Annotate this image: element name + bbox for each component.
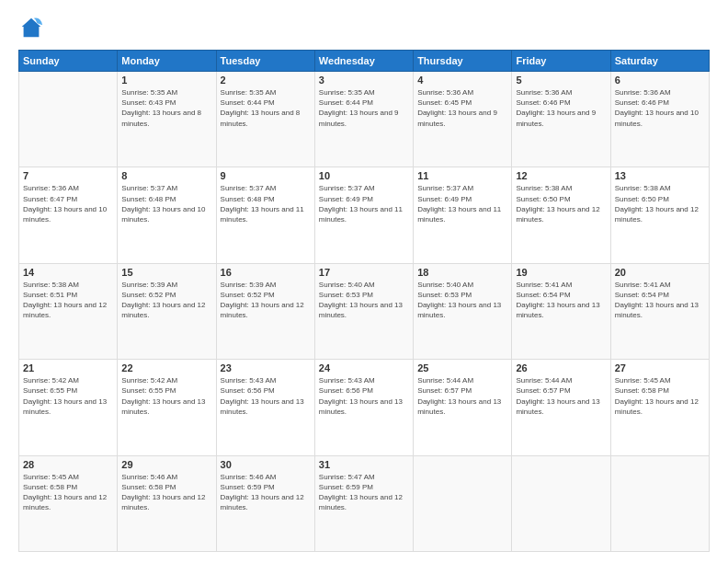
calendar-cell: 16Sunrise: 5:39 AMSunset: 6:52 PMDayligh… — [216, 263, 314, 359]
day-number: 8 — [121, 170, 211, 181]
weekday-header-wednesday: Wednesday — [314, 51, 413, 72]
day-number: 5 — [516, 75, 606, 86]
day-number: 28 — [23, 459, 113, 470]
day-info: Sunrise: 5:44 AMSunset: 6:57 PMDaylight:… — [417, 375, 507, 417]
calendar-table: SundayMondayTuesdayWednesdayThursdayFrid… — [18, 50, 710, 552]
calendar-cell: 12Sunrise: 5:38 AMSunset: 6:50 PMDayligh… — [512, 167, 610, 263]
calendar-cell: 28Sunrise: 5:45 AMSunset: 6:58 PMDayligh… — [19, 455, 118, 551]
day-number: 12 — [516, 170, 606, 181]
calendar-cell: 4Sunrise: 5:36 AMSunset: 6:45 PMDaylight… — [414, 72, 512, 167]
day-number: 11 — [417, 170, 507, 181]
calendar-header: SundayMondayTuesdayWednesdayThursdayFrid… — [19, 51, 710, 72]
day-info: Sunrise: 5:43 AMSunset: 6:56 PMDaylight:… — [221, 375, 311, 417]
calendar-cell: 8Sunrise: 5:37 AMSunset: 6:48 PMDaylight… — [118, 167, 216, 263]
day-info: Sunrise: 5:36 AMSunset: 6:47 PMDaylight:… — [23, 183, 113, 224]
calendar-cell: 25Sunrise: 5:44 AMSunset: 6:57 PMDayligh… — [414, 360, 512, 455]
day-info: Sunrise: 5:39 AMSunset: 6:52 PMDaylight:… — [221, 280, 311, 321]
calendar-cell: 22Sunrise: 5:42 AMSunset: 6:55 PMDayligh… — [118, 360, 216, 455]
header — [18, 15, 710, 40]
day-info: Sunrise: 5:36 AMSunset: 6:46 PMDaylight:… — [615, 87, 705, 129]
day-number: 31 — [319, 459, 409, 470]
day-info: Sunrise: 5:38 AMSunset: 6:50 PMDaylight:… — [516, 183, 606, 224]
weekday-header-row: SundayMondayTuesdayWednesdayThursdayFrid… — [19, 51, 710, 72]
calendar-week-row: 21Sunrise: 5:42 AMSunset: 6:55 PMDayligh… — [19, 360, 710, 455]
weekday-header-saturday: Saturday — [610, 51, 709, 72]
calendar-cell: 2Sunrise: 5:35 AMSunset: 6:44 PMDaylight… — [216, 72, 314, 167]
weekday-header-friday: Friday — [512, 51, 610, 72]
day-number: 24 — [319, 362, 409, 373]
day-number: 21 — [23, 362, 113, 373]
day-number: 20 — [615, 267, 705, 278]
day-info: Sunrise: 5:42 AMSunset: 6:55 PMDaylight:… — [23, 375, 113, 417]
calendar-body: 1Sunrise: 5:35 AMSunset: 6:43 PMDaylight… — [19, 72, 710, 552]
calendar-cell: 21Sunrise: 5:42 AMSunset: 6:55 PMDayligh… — [19, 360, 118, 455]
day-number: 3 — [319, 75, 409, 86]
calendar-cell — [610, 455, 709, 551]
day-info: Sunrise: 5:38 AMSunset: 6:50 PMDaylight:… — [615, 183, 705, 224]
logo — [18, 15, 48, 40]
day-number: 22 — [121, 362, 211, 373]
calendar-week-row: 28Sunrise: 5:45 AMSunset: 6:58 PMDayligh… — [19, 455, 710, 551]
day-info: Sunrise: 5:38 AMSunset: 6:51 PMDaylight:… — [23, 280, 113, 321]
day-info: Sunrise: 5:37 AMSunset: 6:49 PMDaylight:… — [319, 183, 409, 224]
day-info: Sunrise: 5:40 AMSunset: 6:53 PMDaylight:… — [417, 280, 507, 321]
calendar-cell: 7Sunrise: 5:36 AMSunset: 6:47 PMDaylight… — [19, 167, 118, 263]
day-info: Sunrise: 5:43 AMSunset: 6:56 PMDaylight:… — [319, 375, 409, 417]
calendar-cell: 11Sunrise: 5:37 AMSunset: 6:49 PMDayligh… — [414, 167, 512, 263]
day-number: 9 — [221, 170, 311, 181]
day-info: Sunrise: 5:47 AMSunset: 6:59 PMDaylight:… — [319, 472, 409, 513]
day-info: Sunrise: 5:45 AMSunset: 6:58 PMDaylight:… — [23, 472, 113, 513]
day-info: Sunrise: 5:44 AMSunset: 6:57 PMDaylight:… — [516, 375, 606, 417]
day-number: 16 — [221, 267, 311, 278]
calendar-cell: 15Sunrise: 5:39 AMSunset: 6:52 PMDayligh… — [118, 263, 216, 359]
page: SundayMondayTuesdayWednesdayThursdayFrid… — [0, 0, 728, 563]
logo-icon — [18, 15, 44, 40]
weekday-header-sunday: Sunday — [19, 51, 118, 72]
calendar-cell: 20Sunrise: 5:41 AMSunset: 6:54 PMDayligh… — [610, 263, 709, 359]
calendar-cell: 6Sunrise: 5:36 AMSunset: 6:46 PMDaylight… — [610, 72, 709, 167]
calendar-cell: 13Sunrise: 5:38 AMSunset: 6:50 PMDayligh… — [610, 167, 709, 263]
calendar-week-row: 7Sunrise: 5:36 AMSunset: 6:47 PMDaylight… — [19, 167, 710, 263]
weekday-header-monday: Monday — [118, 51, 216, 72]
day-number: 26 — [516, 362, 606, 373]
day-number: 7 — [23, 170, 113, 181]
calendar-cell — [19, 72, 118, 167]
day-info: Sunrise: 5:42 AMSunset: 6:55 PMDaylight:… — [121, 375, 211, 417]
calendar-cell: 23Sunrise: 5:43 AMSunset: 6:56 PMDayligh… — [216, 360, 314, 455]
day-number: 14 — [23, 267, 113, 278]
day-info: Sunrise: 5:37 AMSunset: 6:48 PMDaylight:… — [121, 183, 211, 224]
calendar-cell: 17Sunrise: 5:40 AMSunset: 6:53 PMDayligh… — [314, 263, 413, 359]
day-info: Sunrise: 5:41 AMSunset: 6:54 PMDaylight:… — [615, 280, 705, 321]
calendar-cell: 5Sunrise: 5:36 AMSunset: 6:46 PMDaylight… — [512, 72, 610, 167]
day-info: Sunrise: 5:46 AMSunset: 6:59 PMDaylight:… — [221, 472, 311, 513]
day-number: 25 — [417, 362, 507, 373]
day-info: Sunrise: 5:40 AMSunset: 6:53 PMDaylight:… — [319, 280, 409, 321]
day-number: 4 — [417, 75, 507, 86]
weekday-header-thursday: Thursday — [414, 51, 512, 72]
day-number: 17 — [319, 267, 409, 278]
day-number: 30 — [221, 459, 311, 470]
day-number: 19 — [516, 267, 606, 278]
day-info: Sunrise: 5:39 AMSunset: 6:52 PMDaylight:… — [121, 280, 211, 321]
day-info: Sunrise: 5:45 AMSunset: 6:58 PMDaylight:… — [615, 375, 705, 417]
calendar-week-row: 1Sunrise: 5:35 AMSunset: 6:43 PMDaylight… — [19, 72, 710, 167]
day-number: 1 — [121, 75, 211, 86]
calendar-cell: 31Sunrise: 5:47 AMSunset: 6:59 PMDayligh… — [314, 455, 413, 551]
calendar-cell: 19Sunrise: 5:41 AMSunset: 6:54 PMDayligh… — [512, 263, 610, 359]
calendar-cell: 27Sunrise: 5:45 AMSunset: 6:58 PMDayligh… — [610, 360, 709, 455]
calendar-cell: 14Sunrise: 5:38 AMSunset: 6:51 PMDayligh… — [19, 263, 118, 359]
calendar-cell: 9Sunrise: 5:37 AMSunset: 6:48 PMDaylight… — [216, 167, 314, 263]
day-number: 18 — [417, 267, 507, 278]
calendar-cell: 30Sunrise: 5:46 AMSunset: 6:59 PMDayligh… — [216, 455, 314, 551]
calendar-week-row: 14Sunrise: 5:38 AMSunset: 6:51 PMDayligh… — [19, 263, 710, 359]
day-info: Sunrise: 5:46 AMSunset: 6:58 PMDaylight:… — [121, 472, 211, 513]
calendar-cell: 24Sunrise: 5:43 AMSunset: 6:56 PMDayligh… — [314, 360, 413, 455]
day-number: 2 — [221, 75, 311, 86]
day-info: Sunrise: 5:35 AMSunset: 6:44 PMDaylight:… — [221, 87, 311, 129]
calendar-cell — [414, 455, 512, 551]
calendar-cell: 1Sunrise: 5:35 AMSunset: 6:43 PMDaylight… — [118, 72, 216, 167]
day-number: 6 — [615, 75, 705, 86]
day-number: 23 — [221, 362, 311, 373]
calendar-cell: 29Sunrise: 5:46 AMSunset: 6:58 PMDayligh… — [118, 455, 216, 551]
day-info: Sunrise: 5:37 AMSunset: 6:48 PMDaylight:… — [221, 183, 311, 224]
